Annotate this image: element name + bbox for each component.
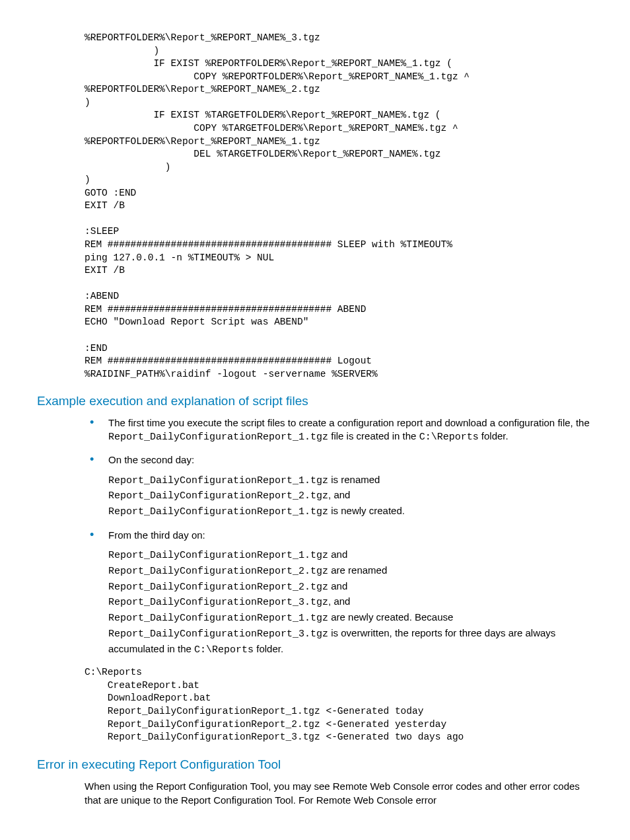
b2-l2a: Report_DailyConfigurationReport_2.tgz [108, 490, 328, 502]
b3-l6c: C:\Reports [194, 644, 254, 656]
b3-l3a: Report_DailyConfigurationReport_2.tgz [108, 582, 328, 593]
b3-l3b: and [328, 580, 347, 592]
bullet1-text-pre: The first time you execute the script fi… [108, 417, 590, 428]
bullet3-sub: Report_DailyConfigurationReport_1.tgz an… [108, 547, 593, 657]
b3-l1a: Report_DailyConfigurationReport_1.tgz [108, 550, 328, 561]
bullet2-lead: On the second day: [108, 454, 194, 465]
b3-l2b: are renamed [328, 564, 387, 576]
heading-example-execution: Example execution and explanation of scr… [37, 393, 593, 410]
bullet1-mono1: Report_DailyConfigurationReport_1.tgz [108, 432, 328, 443]
bullet-item-3: From the third day on: Report_DailyConfi… [85, 529, 593, 658]
b2-l1a: Report_DailyConfigurationReport_1.tgz [108, 475, 328, 486]
b3-l2a: Report_DailyConfigurationReport_2.tgz [108, 566, 328, 577]
b3-l4a: Report_DailyConfigurationReport_3.tgz [108, 597, 328, 608]
b3-l6a: Report_DailyConfigurationReport_3.tgz [108, 629, 328, 640]
script-code-block: %REPORTFOLDER%\Report_%REPORT_NAME%_3.tg… [85, 32, 593, 381]
bullet-list: The first time you execute the script fi… [85, 416, 593, 658]
b2-l2b: , and [328, 489, 350, 500]
b3-l5b: are newly created. Because [328, 611, 453, 623]
bullet1-mono2: C:\Reports [419, 432, 479, 443]
heading-error-tool: Error in executing Report Configuration … [37, 756, 593, 773]
b3-l6d: folder. [254, 643, 283, 654]
bullet1-text-mid: file is created in the [328, 430, 419, 441]
reports-folder-listing: C:\Reports CreateReport.bat DownloadRepo… [85, 666, 593, 744]
b3-l4b: , and [328, 595, 350, 607]
bullet1-text-post: folder. [479, 430, 508, 441]
b3-l1b: and [328, 549, 347, 560]
error-paragraph: When using the Report Configuration Tool… [85, 779, 593, 807]
b2-l1b: is renamed [328, 474, 380, 485]
b3-l5a: Report_DailyConfigurationReport_1.tgz [108, 613, 328, 624]
bullet-item-2: On the second day: Report_DailyConfigura… [85, 453, 593, 519]
bullet3-lead: From the third day on: [108, 529, 205, 541]
b2-l3a: Report_DailyConfigurationReport_1.tgz [108, 506, 328, 517]
bullet-item-1: The first time you execute the script fi… [85, 416, 593, 445]
b2-l3b: is newly created. [328, 505, 405, 516]
bullet2-sub: Report_DailyConfigurationReport_1.tgz is… [108, 473, 593, 519]
